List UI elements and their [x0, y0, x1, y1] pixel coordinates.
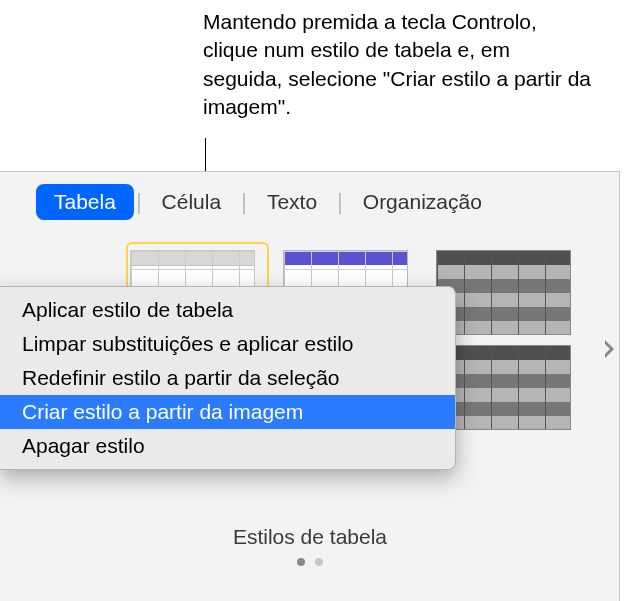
- tab-separator: |: [241, 189, 247, 215]
- tab-texto[interactable]: Texto: [249, 184, 335, 220]
- table-style-thumbnail[interactable]: [436, 250, 571, 335]
- tab-separator: |: [337, 189, 343, 215]
- tab-separator: |: [136, 189, 142, 215]
- tab-celula[interactable]: Célula: [144, 184, 240, 220]
- pager-dot[interactable]: [297, 558, 305, 566]
- table-styles-label: Estilos de tabela: [0, 525, 620, 549]
- tab-organizacao[interactable]: Organização: [345, 184, 500, 220]
- menu-item-delete-style[interactable]: Apagar estilo: [0, 429, 455, 463]
- callout-text: Mantendo premida a tecla Controlo, cliqu…: [203, 8, 593, 121]
- table-style-thumbnail[interactable]: [436, 345, 571, 430]
- pager-dot[interactable]: [315, 558, 323, 566]
- menu-item-apply-style[interactable]: Aplicar estilo de tabela: [0, 293, 455, 327]
- tab-tabela[interactable]: Tabela: [36, 184, 134, 220]
- menu-item-redefine-from-selection[interactable]: Redefinir estilo a partir da seleção: [0, 361, 455, 395]
- menu-item-create-from-image[interactable]: Criar estilo a partir da imagem: [0, 395, 455, 429]
- next-styles-button[interactable]: [593, 332, 627, 366]
- inspector-tabs: Tabela | Célula | Texto | Organização: [0, 172, 619, 220]
- chevron-right-icon: [603, 338, 617, 360]
- styles-pager: [0, 558, 620, 566]
- menu-item-clear-overrides[interactable]: Limpar substituições e aplicar estilo: [0, 327, 455, 361]
- context-menu: Aplicar estilo de tabela Limpar substitu…: [0, 286, 456, 470]
